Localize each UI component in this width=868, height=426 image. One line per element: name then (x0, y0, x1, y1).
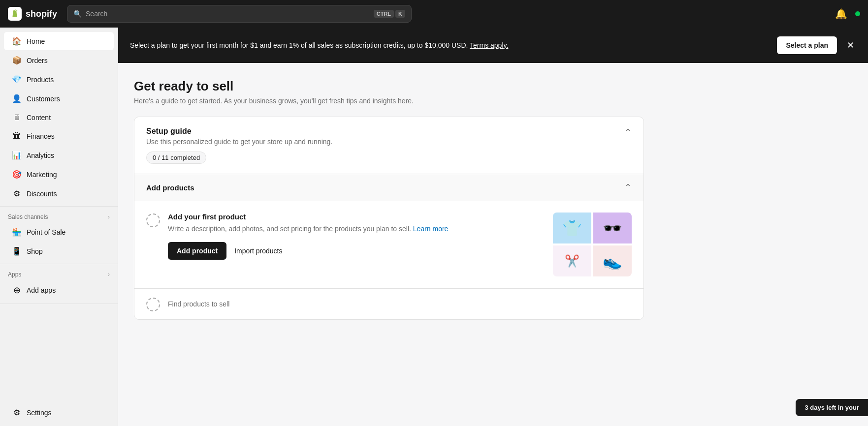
sidebar-label-orders: Orders (27, 57, 48, 64)
sidebar-label-discounts: Discounts (27, 190, 57, 198)
setup-guide-collapse-icon[interactable]: ⌃ (624, 127, 632, 138)
sidebar-divider-2 (0, 264, 118, 264)
sidebar-label-settings: Settings (27, 409, 52, 417)
progress-badge: 0 / 11 completed (146, 152, 206, 164)
ctrl-key: CTRL (374, 10, 394, 18)
sidebar-item-customers[interactable]: 👤 Customers (4, 90, 114, 108)
promo-terms-link[interactable]: Terms apply. (470, 41, 508, 49)
promo-banner-text: Select a plan to get your first month fo… (130, 40, 769, 51)
search-placeholder: Search (86, 10, 107, 18)
main-content: Select a plan to get your first month fo… (118, 28, 868, 426)
sidebar: 🏠 Home 📦 Orders 💎 Products 👤 Customers 🖥… (0, 28, 118, 426)
illustration-glasses: 🕶️ (593, 213, 632, 243)
sidebar-item-finances[interactable]: 🏛 Finances (4, 127, 114, 145)
app-body: 🏠 Home 📦 Orders 💎 Products 👤 Customers 🖥… (0, 28, 868, 426)
discounts-icon: ⚙ (12, 189, 22, 198)
product-illustration: 👕 🕶️ ✂️ 👟 (553, 213, 632, 276)
analytics-icon: 📊 (12, 151, 22, 160)
sidebar-item-products[interactable]: 💎 Products (4, 70, 114, 89)
add-apps-icon: ⊕ (12, 285, 22, 296)
add-first-product-item: Add your first product Write a descripti… (134, 201, 643, 288)
sidebar-label-customers: Customers (27, 95, 60, 103)
find-products-row: Find products to sell (134, 288, 643, 319)
topnav-right: 🔔 (835, 8, 860, 20)
sidebar-label-finances: Finances (27, 132, 55, 140)
select-plan-button[interactable]: Select a plan (777, 36, 837, 54)
find-products-title: Find products to sell (168, 300, 229, 308)
add-first-product-desc: Write a description, add photos, and set… (168, 224, 545, 234)
step-circle-2 (146, 298, 160, 311)
sidebar-label-shop: Shop (27, 247, 43, 255)
add-products-section: Add products ⌃ Add your first product Wr… (134, 174, 643, 319)
sidebar-item-add-apps[interactable]: ⊕ Add apps (4, 280, 114, 300)
trial-badge: 3 days left in your (796, 399, 868, 416)
sidebar-label-analytics: Analytics (27, 152, 54, 159)
setup-guide-title: Setup guide (146, 127, 332, 136)
point-of-sale-icon: 🏪 (12, 227, 22, 237)
import-products-button[interactable]: Import products (232, 242, 284, 260)
sidebar-label-point-of-sale: Point of Sale (27, 228, 65, 236)
product-item-content: Add your first product Write a descripti… (168, 213, 545, 260)
product-item-actions: Add product Import products (168, 242, 545, 260)
sidebar-divider-1 (0, 206, 118, 207)
add-first-product-title: Add your first product (168, 213, 545, 221)
k-key: K (395, 10, 405, 18)
sidebar-item-home[interactable]: 🏠 Home (4, 32, 114, 50)
sidebar-divider-3 (0, 304, 118, 304)
shop-icon: 📱 (12, 246, 22, 256)
apps-section-label: Apps › (0, 267, 118, 280)
online-status-dot (855, 11, 860, 16)
sidebar-item-point-of-sale[interactable]: 🏪 Point of Sale (4, 223, 114, 241)
promo-banner-message: Select a plan to get your first month fo… (130, 41, 468, 49)
products-icon: 💎 (12, 75, 22, 84)
illustration-scissors: ✂️ (553, 245, 591, 276)
search-shortcut: CTRL K (374, 10, 405, 18)
search-icon: 🔍 (73, 10, 82, 18)
content-icon: 🖥 (12, 113, 22, 122)
promo-banner: Select a plan to get your first month fo… (118, 28, 868, 63)
setup-guide-info: Setup guide Use this personalized guide … (146, 127, 332, 164)
page-subtitle: Here's a guide to get started. As your b… (134, 97, 644, 105)
finances-icon: 🏛 (12, 132, 22, 141)
shopify-logo[interactable]: shopify (8, 7, 57, 21)
learn-more-link[interactable]: Learn more (413, 225, 449, 233)
step-circle-1 (146, 213, 160, 227)
sidebar-item-marketing[interactable]: 🎯 Marketing (4, 165, 114, 183)
orders-icon: 📦 (12, 56, 22, 65)
home-icon: 🏠 (12, 36, 22, 46)
setup-guide-header: Setup guide Use this personalized guide … (134, 117, 643, 174)
sidebar-item-orders[interactable]: 📦 Orders (4, 51, 114, 69)
illustration-shirt: 👕 (553, 213, 591, 243)
sidebar-label-products: Products (27, 76, 54, 84)
sidebar-label-content: Content (27, 114, 51, 122)
add-product-button[interactable]: Add product (168, 242, 226, 260)
notifications-icon[interactable]: 🔔 (835, 8, 847, 20)
sidebar-item-settings[interactable]: ⚙ Settings (4, 403, 114, 422)
illustration-shoe: 👟 (593, 245, 632, 276)
sidebar-item-content[interactable]: 🖥 Content (4, 109, 114, 126)
close-banner-button[interactable]: ✕ (845, 39, 856, 52)
settings-icon: ⚙ (12, 408, 22, 417)
sidebar-item-discounts[interactable]: ⚙ Discounts (4, 184, 114, 203)
page-inner: Get ready to sell Here's a guide to get … (118, 63, 660, 335)
setup-card: Setup guide Use this personalized guide … (134, 117, 644, 320)
sidebar-label-add-apps: Add apps (27, 286, 56, 294)
sidebar-label-marketing: Marketing (27, 171, 57, 179)
shopify-bag-icon (8, 7, 22, 21)
sidebar-label-home: Home (27, 37, 45, 45)
add-products-section-header: Add products ⌃ (134, 174, 643, 201)
marketing-icon: 🎯 (12, 170, 22, 179)
shopify-wordmark: shopify (26, 9, 57, 19)
add-products-title: Add products (146, 183, 194, 192)
apps-expand-icon[interactable]: › (108, 271, 110, 278)
setup-guide-description: Use this personalized guide to get your … (146, 138, 332, 146)
page-title: Get ready to sell (134, 79, 644, 94)
search-bar[interactable]: 🔍 Search CTRL K (67, 5, 412, 23)
sidebar-item-shop[interactable]: 📱 Shop (4, 242, 114, 260)
sales-channels-expand-icon[interactable]: › (108, 213, 110, 220)
add-products-collapse-icon[interactable]: ⌃ (624, 182, 632, 193)
sales-channels-label: Sales channels › (0, 210, 118, 222)
setup-guide-section: Setup guide Use this personalized guide … (134, 117, 643, 174)
sidebar-item-analytics[interactable]: 📊 Analytics (4, 146, 114, 164)
top-navigation: shopify 🔍 Search CTRL K 🔔 (0, 0, 868, 28)
